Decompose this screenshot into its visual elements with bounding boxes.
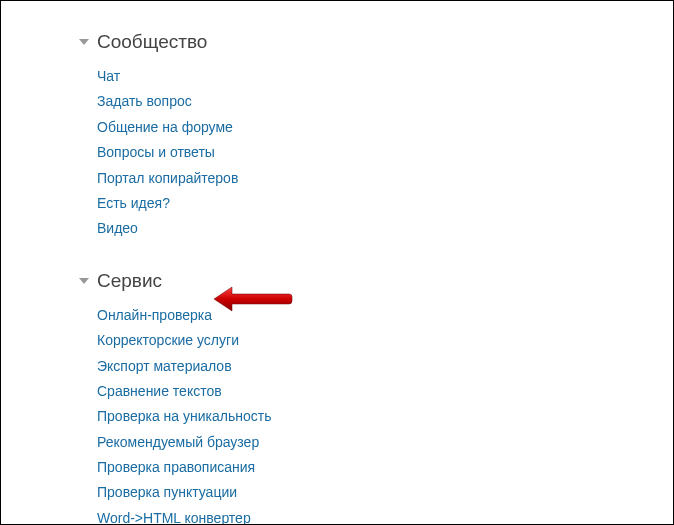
link-online-check[interactable]: Онлайн-проверка — [97, 304, 673, 326]
section-header-community[interactable]: Сообщество — [1, 31, 673, 53]
link-word-html-converter[interactable]: Word->HTML конвертер — [97, 507, 673, 525]
section-header-service[interactable]: Сервис — [1, 270, 673, 292]
section-title: Сообщество — [97, 31, 207, 53]
link-compare-texts[interactable]: Сравнение текстов — [97, 380, 673, 402]
link-corrector-services[interactable]: Корректорские услуги — [97, 329, 673, 351]
link-uniqueness-check[interactable]: Проверка на уникальность — [97, 405, 673, 427]
link-chat[interactable]: Чат — [97, 65, 673, 87]
link-recommended-browser[interactable]: Рекомендуемый браузер — [97, 431, 673, 453]
link-qa[interactable]: Вопросы и ответы — [97, 141, 673, 163]
link-copywriters-portal[interactable]: Портал копирайтеров — [97, 167, 673, 189]
links-community: Чат Задать вопрос Общение на форуме Вопр… — [1, 65, 673, 240]
link-spellcheck[interactable]: Проверка правописания — [97, 456, 673, 478]
links-service: Онлайн-проверка Корректорские услуги Экс… — [1, 304, 673, 525]
section-title: Сервис — [97, 270, 162, 292]
link-ask-question[interactable]: Задать вопрос — [97, 90, 673, 112]
section-community: Сообщество Чат Задать вопрос Общение на … — [1, 31, 673, 240]
section-service: Сервис Онлайн-проверка Корректорские усл… — [1, 270, 673, 525]
link-export-materials[interactable]: Экспорт материалов — [97, 355, 673, 377]
link-punctuation-check[interactable]: Проверка пунктуации — [97, 481, 673, 503]
link-video[interactable]: Видео — [97, 217, 673, 239]
link-idea[interactable]: Есть идея? — [97, 192, 673, 214]
link-forum[interactable]: Общение на форуме — [97, 116, 673, 138]
collapse-icon — [79, 278, 89, 284]
collapse-icon — [79, 39, 89, 45]
